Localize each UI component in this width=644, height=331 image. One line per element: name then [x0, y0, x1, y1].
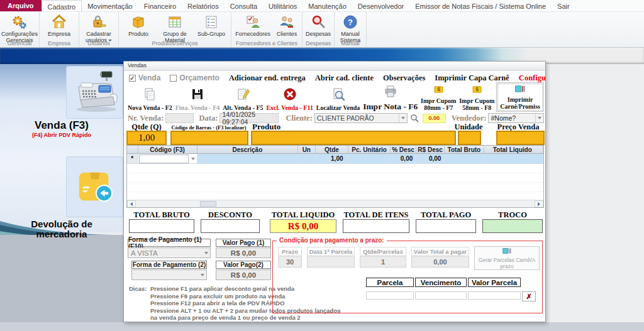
col-rs-desc[interactable]: R$ Desc [416, 146, 445, 153]
abrir-cad-cliente-link[interactable]: Abrir cad. cliente [315, 73, 374, 83]
descricao-cell [197, 154, 298, 163]
qtde-input[interactable]: 1,00 [126, 131, 167, 145]
svg-text:?: ? [348, 18, 353, 27]
venda-panel-title[interactable]: Venda (F3) [0, 119, 123, 132]
supplier-check-icon [245, 14, 261, 30]
ribbon-button-empresa[interactable]: Empresa [41, 13, 77, 40]
col-qtde[interactable]: Qtde [316, 146, 349, 153]
fp1-value: A VISTA [131, 249, 158, 257]
col-total-liquido[interactable]: Total Liquido [484, 146, 543, 153]
ribbon-button-despesas[interactable]: Despesas [304, 13, 333, 40]
imprimir-cupom-80mm-button[interactable]: $ Impr Cupom80mm - F7 [419, 84, 457, 112]
menu-item-movimentacao[interactable]: Movimentação [82, 0, 138, 11]
data-primeira-parcela-label: Data 1ª Parcela [307, 247, 355, 256]
devolucao-title-line2[interactable]: mercadoria [0, 229, 123, 239]
prazo-fieldset: Condição para pagamento a prazo: Prazo 3… [272, 241, 543, 313]
unidade-input[interactable] [458, 131, 481, 145]
col-un[interactable]: Un [298, 146, 315, 153]
imprimir-capa-carne-link[interactable]: Imprimir Capa Carnê [435, 73, 509, 83]
vencimento-input[interactable] [415, 291, 467, 300]
menu-item-financeiro[interactable]: Financeiro [138, 0, 182, 11]
devolucao-title-line1[interactable]: Devolução de [0, 219, 123, 229]
col-pct-desc[interactable]: % Desc [391, 146, 416, 153]
grid-active-row[interactable]: * 1,00 0,00 0,00 [127, 154, 543, 164]
valor-parcela-input[interactable] [468, 291, 521, 300]
menu-item-sair[interactable]: Sair [552, 0, 575, 11]
adicionar-endereco-link[interactable]: Adicionar end. entrega [229, 73, 306, 83]
ribbon-button-sub-grupo[interactable]: Sub-Grupo [193, 13, 230, 43]
desconto-badge: 0.00 [423, 114, 446, 123]
excluir-venda-button[interactable]: Excl. Venda - F11 [265, 87, 314, 112]
ribbon-button-produto[interactable]: Produto [120, 13, 157, 43]
scroll-thumb[interactable] [200, 201, 216, 207]
cliente-search-button[interactable] [410, 114, 419, 122]
forma-pagamento-1-combo[interactable]: A VISTA [128, 247, 211, 258]
forma-pagamento-1-label: Forma de Pagamento (1) (F10) [128, 239, 211, 247]
prazo-field-input[interactable]: 30 [278, 256, 302, 268]
scroll-left-arrow[interactable] [127, 200, 136, 207]
imprimir-carne-button[interactable]: ImprimirCarnê/Promiss [496, 82, 544, 112]
ribbon-button-configuracoes-gerenciais[interactable]: Configurações Gerenciais [1, 13, 38, 43]
observacoes-link[interactable]: Observações [383, 73, 425, 83]
checkbox-empty-icon [170, 75, 177, 82]
menu-item-consulta[interactable]: Consulta [225, 0, 263, 11]
data-primeira-parcela-input[interactable] [307, 256, 355, 268]
forma-pagamento-2-combo[interactable] [131, 269, 207, 280]
ribbon-button-cadastrar-usuarios[interactable]: Cadastrar usuários [80, 13, 117, 43]
barcode-input[interactable] [170, 131, 248, 145]
col-pc-unitario[interactable]: Pc. Unitário [348, 146, 391, 153]
gerar-parcelas-button[interactable]: Gerar Parcelas Carnê/A prazo [474, 246, 540, 270]
valor-total-pagar-input[interactable]: 0,00 [411, 256, 469, 268]
window-titlebar[interactable]: Vendas [124, 62, 545, 71]
nova-venda-button[interactable]: Nova Venda - F2 [126, 87, 174, 112]
ribbon-button-manual-sistema[interactable]: ? Manual Sistema [336, 13, 365, 43]
ribbon-group-produtos-servicos: Produto Grupo de Material Sub-Grupo Prod… [119, 12, 231, 47]
total-liquido-box: R$ 0,00 [270, 219, 336, 233]
alterar-venda-button[interactable]: Alt. Venda - F5 [221, 87, 264, 112]
localizar-venda-button[interactable]: Localizar Venda [315, 87, 362, 112]
ribbon-button-grupo-material[interactable]: Grupo de Material [157, 13, 193, 43]
devolucao-panel-button[interactable] [66, 156, 123, 217]
ribbon-button-fornecedores[interactable]: Fornecedores [233, 13, 273, 40]
produto-input[interactable] [251, 131, 456, 145]
excluir-parcela-button[interactable]: ✗ [522, 291, 536, 301]
cliente-combo[interactable]: CLIENTE PADRÃO [314, 113, 408, 123]
valor-pago-1-box: R$ 0,00 [216, 247, 271, 258]
col-codigo[interactable]: Código (F3) [138, 146, 197, 153]
menu-item-desenvolvedor[interactable]: Desenvolvedor [352, 0, 409, 11]
configuracao-tela-vendas-link[interactable]: Configuração Tela Vendas [519, 73, 545, 83]
grid-horizontal-scrollbar[interactable] [127, 200, 543, 207]
preco-venda-input[interactable] [496, 131, 545, 145]
vendedor-combo[interactable]: #Nome? [488, 113, 544, 123]
venda-checkbox[interactable]: ✓Venda [129, 73, 160, 82]
imprimir-cupom-58mm-button[interactable]: $ Impr Cupom58mm - F8 [458, 84, 496, 112]
nr-venda-input[interactable] [165, 113, 193, 123]
menu-item-utilitarios[interactable]: Utilitários [263, 0, 303, 11]
ribbon-button-clientes[interactable]: Clientes [273, 13, 301, 40]
total-pago-label: TOTAL PAGO [416, 210, 476, 220]
total-liquido-label: TOTAL LIQUIDO [270, 210, 336, 220]
imprimir-nota-button[interactable]: Impr Nota - F6 [362, 84, 419, 112]
finalizar-venda-button[interactable]: Fina. Venda - F4 [174, 87, 221, 112]
qtde-parcelas-input[interactable]: 1 [360, 256, 406, 268]
menu-item-emissor-nf[interactable]: Emissor de Notas Fiscais / Sistema Onlin… [409, 0, 552, 11]
chevron-down-icon [399, 114, 407, 122]
ribbon-group-label: Manual [335, 40, 366, 47]
lock-key-icon [91, 14, 107, 30]
app-screen: Arquivo Cadastro Movimentação Financeiro… [0, 0, 644, 331]
return-package-icon [77, 168, 113, 207]
menu-item-cadastro[interactable]: Cadastro [42, 0, 82, 11]
col-descricao[interactable]: Descrição [197, 146, 299, 153]
codigo-cell-combo[interactable] [138, 154, 197, 163]
menu-item-arquivo[interactable]: Arquivo [0, 0, 42, 11]
orcamento-checkbox[interactable]: Orçamento [170, 73, 219, 82]
menu-item-manutencao[interactable]: Manutenção [303, 0, 352, 11]
menu-item-relatorios[interactable]: Relatórios [182, 0, 225, 11]
parcela-input[interactable] [366, 291, 414, 300]
col-total-bruto[interactable]: Total Bruto [445, 146, 484, 153]
gerar-parcelas-label: Gerar Parcelas Carnê/A prazo [475, 257, 539, 269]
venda-panel-button[interactable] [66, 66, 123, 119]
scroll-right-arrow[interactable] [535, 200, 543, 207]
rs-desc-cell: 0,00 [416, 154, 445, 163]
ribbon-button-label: Clientes [277, 31, 297, 37]
